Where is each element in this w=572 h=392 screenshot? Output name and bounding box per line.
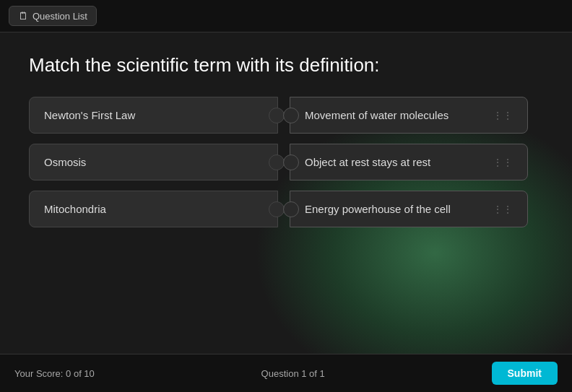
def-label-3: Energy powerhouse of the cell xyxy=(305,203,451,215)
match-row: Mitochondria Energy powerhouse of the ce… xyxy=(29,191,543,227)
question-list-button[interactable]: 🗒 Question List xyxy=(9,6,97,26)
term-card-2[interactable]: Osmosis xyxy=(29,144,278,180)
def-card-1[interactable]: Movement of water molecules ⋮⋮ xyxy=(290,97,528,134)
question-list-label: Question List xyxy=(32,11,87,22)
top-bar: 🗒 Question List xyxy=(0,0,572,32)
term-label-2: Osmosis xyxy=(44,156,86,168)
match-row: Osmosis Object at rest stays at rest ⋮⋮ xyxy=(29,144,543,180)
def-label-2: Object at rest stays at rest xyxy=(305,156,430,168)
def-label-1: Movement of water molecules xyxy=(305,109,448,121)
term-card-1[interactable]: Newton's First Law xyxy=(29,97,278,134)
drag-handle-2[interactable]: ⋮⋮ xyxy=(493,157,513,168)
def-card-3[interactable]: Energy powerhouse of the cell ⋮⋮ xyxy=(290,191,528,227)
term-label-3: Mitochondria xyxy=(44,203,106,215)
main-content: Match the scientific term with its defin… xyxy=(0,32,572,354)
match-grid: Newton's First Law Movement of water mol… xyxy=(29,97,543,227)
doc-icon: 🗒 xyxy=(18,10,28,22)
score-text: Your Score: 0 of 10 xyxy=(14,368,95,379)
match-row: Newton's First Law Movement of water mol… xyxy=(29,97,543,134)
def-card-2[interactable]: Object at rest stays at rest ⋮⋮ xyxy=(290,144,528,180)
question-info: Question 1 of 1 xyxy=(261,368,325,379)
term-card-3[interactable]: Mitochondria xyxy=(29,191,278,227)
drag-handle-3[interactable]: ⋮⋮ xyxy=(493,204,513,215)
page-title: Match the scientific term with its defin… xyxy=(29,54,543,77)
term-label-1: Newton's First Law xyxy=(44,109,135,121)
bottom-bar: Your Score: 0 of 10 Question 1 of 1 Subm… xyxy=(0,354,572,392)
submit-button[interactable]: Submit xyxy=(492,362,558,385)
drag-handle-1[interactable]: ⋮⋮ xyxy=(493,110,513,121)
